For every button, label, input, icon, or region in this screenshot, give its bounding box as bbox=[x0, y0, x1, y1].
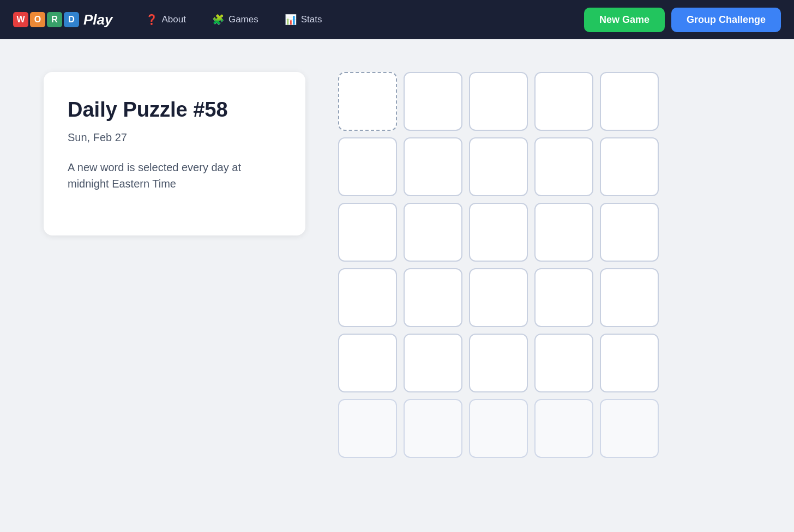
header: W O R D Play ❓ About 🧩 Games 📊 Stats New… bbox=[0, 0, 794, 39]
logo-letter-d: D bbox=[64, 12, 79, 27]
grid-cell[interactable] bbox=[338, 72, 397, 131]
puzzle-description: A new word is selected every day at midn… bbox=[68, 159, 281, 192]
grid-cell[interactable] bbox=[469, 334, 528, 392]
nav-about-label: About bbox=[162, 14, 186, 25]
grid-cell[interactable] bbox=[534, 137, 593, 196]
game-grid-container bbox=[338, 72, 750, 458]
logo[interactable]: W O R D Play bbox=[13, 11, 113, 28]
nav-stats-label: Stats bbox=[301, 14, 322, 25]
grid-cell[interactable] bbox=[534, 72, 593, 131]
grid-cell[interactable] bbox=[338, 334, 397, 392]
grid-cell[interactable] bbox=[469, 137, 528, 196]
grid-cell[interactable] bbox=[469, 268, 528, 327]
logo-brand: Play bbox=[83, 11, 113, 28]
logo-letter-o: O bbox=[30, 12, 45, 27]
grid-cell[interactable] bbox=[404, 399, 462, 458]
grid-cell[interactable] bbox=[469, 72, 528, 131]
grid-cell[interactable] bbox=[404, 137, 462, 196]
grid-cell[interactable] bbox=[600, 334, 659, 392]
main-content: Daily Puzzle #58 Sun, Feb 27 A new word … bbox=[0, 39, 794, 491]
grid-cell[interactable] bbox=[534, 203, 593, 262]
grid-cell[interactable] bbox=[338, 399, 397, 458]
info-card: Daily Puzzle #58 Sun, Feb 27 A new word … bbox=[44, 72, 305, 235]
group-challenge-button[interactable]: Group Challenge bbox=[671, 8, 781, 32]
grid-cell[interactable] bbox=[404, 72, 462, 131]
grid-cell[interactable] bbox=[404, 334, 462, 392]
grid-cell[interactable] bbox=[469, 399, 528, 458]
puzzle-date: Sun, Feb 27 bbox=[68, 131, 281, 144]
nav-about[interactable]: ❓ About bbox=[135, 9, 197, 30]
new-game-button[interactable]: New Game bbox=[584, 8, 665, 32]
puzzle-title: Daily Puzzle #58 bbox=[68, 98, 281, 122]
grid-cell[interactable] bbox=[338, 268, 397, 327]
logo-letters: W O R D bbox=[13, 12, 79, 27]
games-icon: 🧩 bbox=[212, 14, 224, 26]
grid-cell[interactable] bbox=[534, 268, 593, 327]
grid-cell[interactable] bbox=[404, 268, 462, 327]
stats-icon: 📊 bbox=[285, 14, 297, 26]
grid-cell[interactable] bbox=[600, 72, 659, 131]
nav-stats[interactable]: 📊 Stats bbox=[274, 9, 333, 30]
grid-cell[interactable] bbox=[600, 137, 659, 196]
game-grid bbox=[338, 72, 659, 458]
grid-cell[interactable] bbox=[600, 399, 659, 458]
nav-games[interactable]: 🧩 Games bbox=[201, 9, 269, 30]
header-buttons: New Game Group Challenge bbox=[584, 8, 781, 32]
grid-cell[interactable] bbox=[600, 203, 659, 262]
grid-cell[interactable] bbox=[534, 399, 593, 458]
grid-cell[interactable] bbox=[469, 203, 528, 262]
logo-letter-r: R bbox=[47, 12, 62, 27]
grid-cell[interactable] bbox=[600, 268, 659, 327]
nav: ❓ About 🧩 Games 📊 Stats bbox=[135, 9, 575, 30]
logo-letter-w: W bbox=[13, 12, 28, 27]
grid-cell[interactable] bbox=[404, 203, 462, 262]
about-icon: ❓ bbox=[146, 14, 158, 26]
grid-cell[interactable] bbox=[534, 334, 593, 392]
grid-cell[interactable] bbox=[338, 203, 397, 262]
grid-cell[interactable] bbox=[338, 137, 397, 196]
nav-games-label: Games bbox=[228, 14, 258, 25]
